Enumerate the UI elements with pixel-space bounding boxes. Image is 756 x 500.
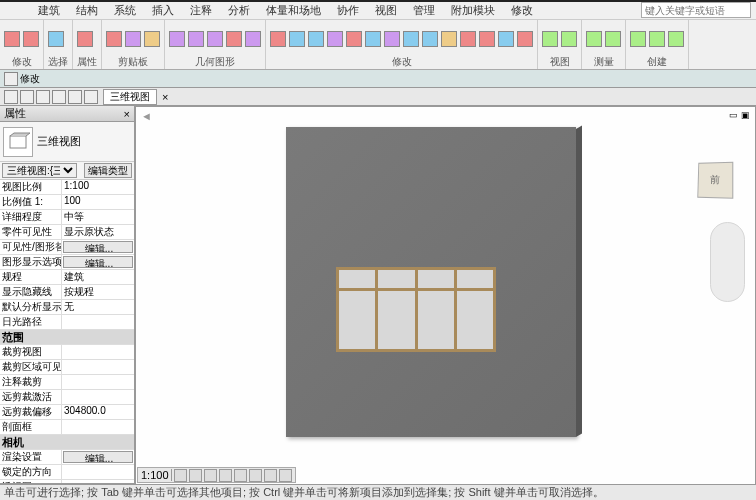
join-icon[interactable] (207, 31, 223, 47)
move-icon[interactable] (327, 31, 343, 47)
ts2-icon[interactable] (20, 90, 34, 104)
menu-协作[interactable]: 协作 (329, 3, 367, 18)
c2-icon[interactable] (649, 31, 665, 47)
menu-系统[interactable]: 系统 (106, 3, 144, 18)
prop-value[interactable]: 无 (62, 300, 134, 314)
prop-value[interactable]: 1:100 (62, 180, 134, 194)
ts4-icon[interactable] (52, 90, 66, 104)
search-input[interactable] (641, 2, 751, 18)
menu-分析[interactable]: 分析 (220, 3, 258, 18)
prop-value[interactable]: 按规程 (62, 285, 134, 299)
detail-level-icon[interactable] (174, 469, 187, 482)
menu-注释[interactable]: 注释 (182, 3, 220, 18)
panel-label: 测量 (586, 55, 621, 67)
visual-style-icon[interactable] (189, 469, 202, 482)
reveal-icon[interactable] (279, 469, 292, 482)
copy-icon[interactable] (125, 31, 141, 47)
prop-value[interactable] (62, 345, 134, 359)
cut1-icon[interactable] (188, 31, 204, 47)
menu-结构[interactable]: 结构 (68, 3, 106, 18)
nav-wheel[interactable] (710, 222, 745, 302)
prop-key: 渲染设置 (0, 450, 62, 464)
array-icon[interactable] (460, 31, 476, 47)
back-icon[interactable]: ◄ (141, 110, 152, 122)
prop-value[interactable] (62, 315, 134, 329)
ts1-icon[interactable] (4, 90, 18, 104)
prop-value[interactable]: 编辑... (63, 241, 133, 253)
c1-icon[interactable] (630, 31, 646, 47)
prop-value[interactable]: 编辑... (63, 451, 133, 463)
scale-icon[interactable] (479, 31, 495, 47)
offset-icon[interactable] (289, 31, 305, 47)
menu-建筑[interactable]: 建筑 (30, 3, 68, 18)
cut-icon[interactable] (144, 31, 160, 47)
ts6-icon[interactable] (84, 90, 98, 104)
close-icon[interactable]: × (124, 108, 130, 120)
prop-value[interactable]: 建筑 (62, 270, 134, 284)
menu-修改[interactable]: 修改 (503, 3, 541, 18)
prop-value[interactable]: 编辑... (63, 256, 133, 268)
split2-icon[interactable] (422, 31, 438, 47)
nav-cube-face[interactable]: 前 (697, 162, 733, 199)
cope-icon[interactable] (169, 31, 185, 47)
split-icon[interactable] (226, 31, 242, 47)
prop-value[interactable] (62, 390, 134, 404)
props-icon[interactable] (77, 31, 93, 47)
extend-icon[interactable] (403, 31, 419, 47)
prop-value[interactable] (62, 375, 134, 389)
prop-value[interactable] (62, 360, 134, 374)
render-icon[interactable] (234, 469, 247, 482)
v1-icon[interactable] (542, 31, 558, 47)
pin-icon[interactable] (441, 31, 457, 47)
panel-label: 剪贴板 (106, 55, 160, 67)
paste-icon[interactable] (106, 31, 122, 47)
prop-value[interactable]: 304800.0 (62, 405, 134, 419)
m1-icon[interactable] (586, 31, 602, 47)
type-thumbnail (3, 127, 33, 157)
ts3-icon[interactable] (36, 90, 50, 104)
scale-display[interactable]: 1:100 (141, 469, 169, 481)
prop-value[interactable] (62, 420, 134, 434)
window-model[interactable] (336, 267, 496, 352)
select-mode-icon[interactable] (4, 72, 18, 86)
viewport[interactable]: 前 ◄ ▭ ▣ (135, 106, 756, 500)
prop-value[interactable]: 中等 (62, 210, 134, 224)
align-icon[interactable] (270, 31, 286, 47)
delete-icon[interactable] (498, 31, 514, 47)
ts5-icon[interactable] (68, 90, 82, 104)
c3-icon[interactable] (668, 31, 684, 47)
group-icon[interactable] (517, 31, 533, 47)
arrow-icon[interactable] (4, 31, 20, 47)
props-icon[interactable] (23, 31, 39, 47)
menu-附加模块[interactable]: 附加模块 (443, 3, 503, 18)
wall-join-icon[interactable] (245, 31, 261, 47)
mirror-icon[interactable] (308, 31, 324, 47)
hide-icon[interactable] (264, 469, 277, 482)
prop-value[interactable] (62, 465, 134, 479)
menu-体量和场地[interactable]: 体量和场地 (258, 3, 329, 18)
active-view-tab[interactable]: 三维视图 (103, 89, 157, 105)
rotate-icon[interactable] (365, 31, 381, 47)
shadow-icon[interactable] (219, 469, 232, 482)
crop-icon[interactable] (249, 469, 262, 482)
select-icon[interactable] (48, 31, 64, 47)
trim-icon[interactable] (384, 31, 400, 47)
menu-管理[interactable]: 管理 (405, 3, 443, 18)
nav-cube[interactable]: 前 (690, 162, 740, 212)
menu-插入[interactable]: 插入 (144, 3, 182, 18)
prop-value[interactable]: 显示原状态 (62, 225, 134, 239)
menu-视图[interactable]: 视图 (367, 3, 405, 18)
prop-value[interactable]: 100 (62, 195, 134, 209)
wall-model[interactable] (286, 127, 576, 437)
prop-row: 详细程度中等 (0, 210, 134, 225)
panel-label: 几何图形 (169, 55, 261, 67)
prop-row: 注释裁剪 (0, 375, 134, 390)
tab-close-icon[interactable]: × (162, 91, 168, 103)
edit-type-button[interactable]: 编辑类型 (84, 163, 132, 178)
sun-path-icon[interactable] (204, 469, 217, 482)
view-mode-icon[interactable]: ▭ ▣ (729, 110, 750, 120)
instance-selector[interactable]: 三维视图:{三维} (2, 163, 77, 178)
copy2-icon[interactable] (346, 31, 362, 47)
v2-icon[interactable] (561, 31, 577, 47)
m2-icon[interactable] (605, 31, 621, 47)
